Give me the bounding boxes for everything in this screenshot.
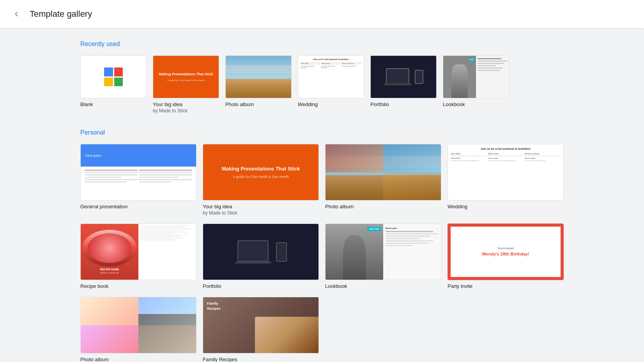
template-thumb-orange: Making Presentations That Stick A guide …: [153, 55, 219, 98]
template-your-big-idea-personal[interactable]: Making Presentations That Stick A guide …: [203, 144, 319, 216]
template-label: Photo album: [325, 204, 441, 209]
template-blank[interactable]: Blank: [80, 55, 147, 114]
lookbook-text-header: Brand name: [386, 227, 439, 229]
wedding-col-1-title: 9am-10am: [301, 62, 320, 65]
lookbook-right-panel: Brand name: [383, 224, 441, 280]
template-label: Party invite: [448, 283, 564, 289]
template-sublabel: by Made to Stick: [153, 108, 219, 114]
template-label: Recipe book: [80, 283, 196, 289]
wedding-col-2-text: Lorem ipsum dolor sit amet consectetur..…: [321, 66, 341, 69]
template-general-presentation[interactable]: First point: [80, 144, 196, 216]
template-label: General presentation: [80, 204, 196, 209]
laptop-device-icon: [237, 240, 269, 262]
google-plus-icon: [104, 67, 123, 86]
lookbook-left-panel: NEW ITEM: [326, 224, 383, 280]
template-portfolio-personal[interactable]: Portfolio: [203, 224, 319, 289]
template-label: Photo album: [225, 101, 292, 107]
personal-section: Personal First point: [80, 129, 564, 362]
template-photo-album-personal[interactable]: Photo album: [325, 144, 441, 216]
template-thumb-lookbook: NEW: [443, 55, 509, 98]
lookbook-text-side: [476, 56, 509, 98]
phone-device-icon: [276, 242, 287, 262]
template-label: Wedding: [298, 101, 364, 107]
presentation-title: Making Presentations That Stick: [159, 72, 213, 77]
template-wedding-recent[interactable]: Join us for a full weekend of activities…: [298, 55, 364, 114]
page-header: Template gallery: [0, 0, 644, 28]
template-thumb-wedding-lg: Join us for a full weekend of activities…: [448, 144, 564, 201]
template-pink-photo[interactable]: Photo album: [80, 297, 196, 362]
template-party-invite[interactable]: You're invited Wendy's 28th Birthday! Pa…: [448, 224, 564, 289]
template-photo-album-recent[interactable]: Photo album: [225, 55, 292, 114]
template-portfolio-recent[interactable]: Portfolio: [370, 55, 437, 114]
recently-used-title: Recently used: [80, 41, 564, 48]
wedding-col-1-text: Lorem ipsum dolor sit amet consectetur..…: [301, 66, 320, 69]
col-header-1: 9am-10am: [451, 153, 487, 156]
col-text-3: Lorem ipsum dolor sit amet consectetur..…: [525, 160, 560, 162]
template-label: Your big idea: [203, 204, 319, 209]
recipe-right-panel: [138, 224, 196, 280]
wedding-header: Join us for a full weekend of activities…: [451, 147, 560, 150]
col-text-2: Lorem ipsum dolor sit amet consectetur a…: [488, 160, 524, 162]
laptop-icon: [386, 68, 409, 84]
template-thumb-orange-lg: Making Presentations That Stick A guide …: [203, 144, 319, 201]
lookbook-badge: NEW: [469, 58, 474, 61]
col-text-1: Lorem ipsum dolor sit amet consectetur a…: [451, 160, 487, 162]
template-label: Wedding: [448, 204, 564, 209]
recently-used-section: Recently used Blank: [80, 41, 564, 114]
template-lookbook-personal[interactable]: NEW ITEM Brand name Lookbook: [325, 224, 441, 289]
template-thumb-blank: [80, 55, 147, 98]
template-family-recipes[interactable]: FamilyRecipes Family Recipes: [203, 297, 319, 362]
col-header-2: 10am-11am: [488, 153, 524, 156]
template-thumb-family: FamilyRecipes: [203, 297, 319, 353]
main-content: Recently used Blank: [49, 28, 595, 362]
col-subheader-2: Lunch at 1pm: [488, 157, 524, 159]
recipe-name-text: RECIPE NAME: [100, 268, 119, 271]
template-label: Portfolio: [203, 283, 319, 289]
presentation-guide: A guide by Chip Heath & Dan Heath: [167, 79, 205, 82]
template-thumb-photo: [225, 55, 292, 98]
lookbook-photo-side: NEW: [443, 56, 476, 98]
wedding-col-3-text: Lorem ipsum dolor sit amet...: [341, 66, 361, 67]
template-label: Family Recipes: [203, 357, 319, 362]
template-thumb-recipe: RECIPE NAME Molestie a iaculis nisl: [80, 224, 196, 280]
template-thumb-party: You're invited Wendy's 28th Birthday!: [448, 224, 564, 280]
lookbook-person-silhouette: [343, 235, 366, 280]
big-idea-guide: A guide by Chip Heath & Dan Heath: [233, 175, 289, 179]
party-invite-text: You're invited: [497, 247, 514, 250]
template-label: Lookbook: [443, 101, 509, 107]
template-thumb-general: First point: [80, 144, 196, 201]
recipe-text-lines: [138, 224, 196, 243]
template-label: Lookbook: [325, 283, 441, 289]
col-subheader-3: Dinner at 8pm: [525, 157, 560, 159]
template-thumb-pink: [80, 297, 196, 353]
party-name-text: Wendy's 28th Birthday!: [482, 251, 529, 257]
template-thumb-wedding: Join us for a full weekend of activities…: [298, 55, 364, 98]
back-button[interactable]: [9, 7, 23, 21]
family-recipes-text: FamilyRecipes: [207, 301, 221, 311]
wedding-schedule: 9am-10am Roll at 10am Lorem ipsum dolor …: [451, 153, 560, 162]
template-thumb-portfolio: [370, 55, 437, 98]
template-your-big-idea[interactable]: Making Presentations That Stick A guide …: [153, 55, 219, 114]
wedding-col-2-title: 10am-11am: [321, 62, 341, 65]
template-sublabel: by Made to Stick: [203, 210, 319, 216]
personal-templates-grid: First point: [80, 144, 564, 362]
template-thumb-portfolio-lg: [203, 224, 319, 280]
template-thumb-photo-personal: [325, 144, 441, 201]
personal-section-title: Personal: [80, 129, 564, 136]
template-label: Portfolio: [370, 101, 437, 107]
template-thumb-lookbook-lg: NEW ITEM Brand name: [325, 224, 441, 280]
template-wedding-personal[interactable]: Join us for a full weekend of activities…: [448, 144, 564, 216]
recipe-left-panel: RECIPE NAME Molestie a iaculis nisl: [81, 224, 138, 280]
template-recipe-book[interactable]: RECIPE NAME Molestie a iaculis nisl: [80, 224, 196, 289]
page-title: Template gallery: [30, 9, 92, 19]
general-header-bar: First point: [81, 144, 196, 167]
wedding-col-3-title: Brunch at Noon: [341, 62, 361, 65]
wedding-schedule-grid: 9am-10am Lorem ipsum dolor sit amet cons…: [301, 62, 361, 96]
template-lookbook-recent[interactable]: NEW Lookbook: [443, 55, 509, 114]
big-idea-title: Making Presentations That Stick: [222, 166, 300, 172]
lookbook-new-badge: NEW ITEM: [367, 227, 381, 231]
recently-used-row: Blank Making Presentations That Stick A …: [80, 55, 564, 114]
col-header-3: Brunch at Noon: [525, 153, 560, 156]
template-label: Your big idea: [153, 101, 219, 107]
template-label: Blank: [80, 101, 147, 107]
